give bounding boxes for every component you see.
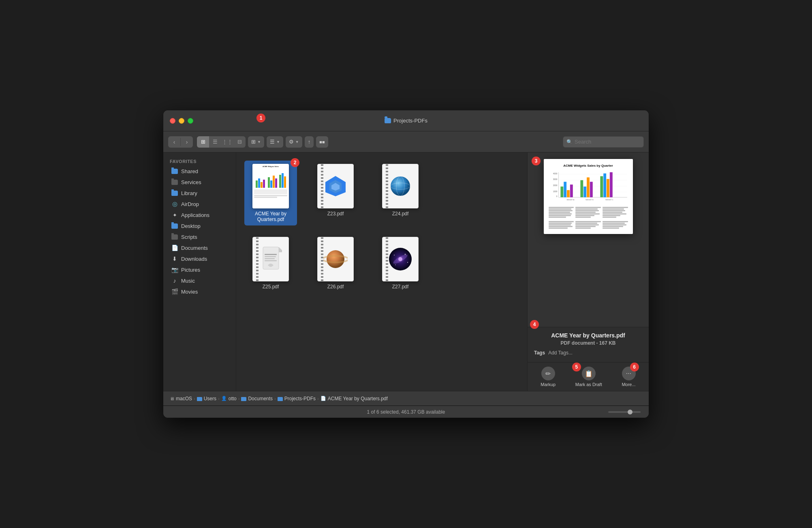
- view-buttons: ⊞ ☰ ⋮⋮ ⊟: [197, 136, 246, 148]
- tags-button[interactable]: ■■: [316, 136, 328, 148]
- sort-button[interactable]: ☰ ▼: [267, 136, 283, 148]
- file-item-z27[interactable]: Z27.pdf: [374, 234, 427, 293]
- library-icon: [171, 190, 178, 196]
- sidebar-item-scripts[interactable]: Scripts: [165, 232, 234, 242]
- sidebar-item-desktop[interactable]: Desktop: [165, 221, 234, 231]
- text-line: [603, 221, 628, 222]
- annotation-badge-6: 6: [630, 363, 639, 371]
- svg-rect-8: [279, 175, 281, 188]
- text-line: [549, 221, 574, 222]
- file-item-acme-year[interactable]: 2 ACME Widgets Sales: [244, 161, 297, 225]
- svg-text:4000: 4000: [553, 173, 557, 175]
- sidebar-item-documents-label: Documents: [181, 245, 208, 251]
- sidebar-item-pictures-label: Pictures: [181, 267, 200, 273]
- text-line: [603, 223, 625, 224]
- text-line: [603, 213, 627, 215]
- view-gallery-button[interactable]: ⊟: [233, 136, 246, 148]
- group-icon: ⊞: [251, 139, 256, 145]
- sidebar-item-desktop-label: Desktop: [181, 223, 201, 229]
- sidebar-item-pictures[interactable]: 📷 Pictures: [165, 264, 234, 275]
- svg-point-14: [391, 176, 410, 196]
- preview-text-block-2: [549, 221, 628, 229]
- file-thumbnail-z23: [317, 164, 354, 208]
- bc-sep-5: ›: [317, 396, 319, 401]
- text-line: [575, 207, 601, 208]
- file-label-z27: Z27.pdf: [392, 284, 409, 290]
- close-button[interactable]: [170, 118, 175, 124]
- view-icon-button[interactable]: ⊞: [197, 136, 209, 148]
- preview-text-col-4: [549, 221, 574, 229]
- sidebar-item-movies[interactable]: 🎬 Movies: [165, 286, 234, 297]
- window-controls: [170, 118, 193, 124]
- sidebar-item-downloads[interactable]: ⬇ Downloads: [165, 253, 234, 264]
- svg-rect-7: [275, 178, 277, 188]
- sidebar-item-music[interactable]: ♪ Music: [165, 275, 234, 286]
- file-label-z24: Z24.pdf: [392, 211, 409, 217]
- add-tags-button[interactable]: Add Tags...: [548, 350, 573, 356]
- sidebar-item-applications-label: Applications: [181, 212, 209, 218]
- title-folder-icon: [385, 118, 391, 123]
- airdrop-icon: ◎: [171, 201, 178, 207]
- svg-rect-47: [580, 180, 583, 197]
- scripts-icon: [171, 234, 178, 240]
- preview-actions: ✏ Markup 5 📋 Mark as Draft 6 ···: [528, 362, 649, 391]
- sidebar-item-airdrop[interactable]: ◎ AirDrop: [165, 199, 234, 209]
- file-chart-svg: [254, 168, 286, 189]
- text-line: [549, 228, 568, 229]
- preview-text-col-3: [603, 207, 628, 218]
- markup-button[interactable]: ✏ Markup: [541, 367, 556, 387]
- titlebar: 1 Projects-PDFs: [163, 110, 649, 131]
- forward-button[interactable]: ›: [181, 136, 193, 148]
- bc-sep-3: ›: [238, 396, 240, 401]
- search-input[interactable]: [575, 139, 640, 145]
- text-line: [549, 226, 573, 227]
- svg-rect-44: [564, 182, 566, 197]
- file-item-z26[interactable]: Z26.pdf: [309, 234, 362, 293]
- back-button[interactable]: ‹: [168, 136, 180, 148]
- sidebar-item-applications[interactable]: ✦ Applications: [165, 210, 234, 220]
- music-icon: ♪: [171, 277, 178, 284]
- svg-rect-43: [560, 187, 563, 197]
- sidebar-item-documents[interactable]: 📄 Documents: [165, 243, 234, 253]
- text-line: [549, 208, 571, 210]
- file-z24-svg: [388, 174, 412, 198]
- desktop-icon: [171, 223, 178, 229]
- text-line: [575, 212, 596, 213]
- sidebar-item-services[interactable]: Services: [165, 177, 234, 187]
- file-item-z24[interactable]: Z24.pdf: [374, 161, 427, 225]
- preview-filename: ACME Year by Quarters.pdf: [534, 332, 642, 339]
- sidebar-item-scripts-label: Scripts: [181, 234, 197, 240]
- file-item-z25[interactable]: Z25.pdf: [244, 234, 297, 293]
- group-button[interactable]: ⊞ ▼: [248, 136, 264, 148]
- finder-window: 1 Projects-PDFs ‹ › ⊞ ☰ ⋮⋮ ⊟ ⊞ ▼ ☰ ▼ ⚙: [163, 110, 649, 418]
- svg-marker-18: [279, 247, 282, 252]
- svg-rect-3: [263, 180, 265, 188]
- text-line: [575, 208, 598, 210]
- svg-point-29: [405, 254, 406, 255]
- file-z25-svg: [260, 245, 282, 273]
- share-button[interactable]: ↑: [305, 136, 314, 148]
- sidebar-item-shared[interactable]: Shared: [165, 166, 234, 176]
- action-button[interactable]: ⚙ ▼: [286, 136, 302, 148]
- text-line: [603, 215, 620, 216]
- size-slider[interactable]: [608, 411, 641, 413]
- svg-rect-53: [607, 179, 609, 197]
- text-line: [575, 224, 599, 225]
- minimize-button[interactable]: [179, 118, 184, 124]
- text-line: [603, 210, 625, 211]
- svg-rect-46: [570, 185, 573, 197]
- svg-rect-9: [282, 173, 284, 188]
- svg-text:3000: 3000: [553, 178, 557, 180]
- text-line: [549, 212, 570, 213]
- view-list-button[interactable]: ☰: [209, 136, 221, 148]
- sidebar-item-library[interactable]: Library: [165, 188, 234, 198]
- preview-panel: 3 ACME Widgets Sales by Quarter 4000 300…: [527, 152, 649, 391]
- preview-chart-title: ACME Widgets Sales by Quarter: [549, 164, 628, 167]
- file-thumbnail-acme: ACME Widgets Sales: [252, 164, 289, 208]
- maximize-button[interactable]: [188, 118, 193, 124]
- text-line: [603, 224, 626, 225]
- view-column-button[interactable]: ⋮⋮: [221, 136, 233, 148]
- slider-thumb[interactable]: [628, 410, 633, 414]
- search-field[interactable]: 🔍: [563, 136, 644, 148]
- file-item-z23[interactable]: Z23.pdf: [309, 161, 362, 225]
